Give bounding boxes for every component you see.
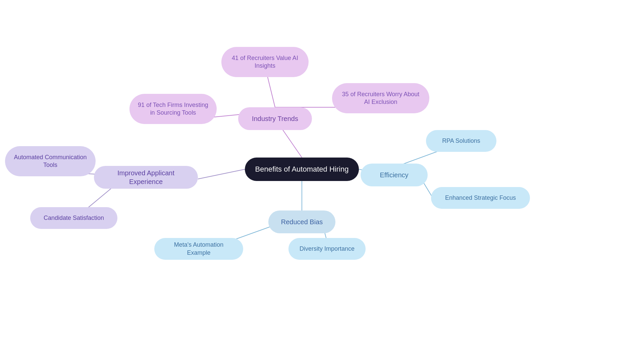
tech-firms-node: 91 of Tech Firms Investing in Sourcing T… [129,94,217,124]
ai-worry-node: 35 of Recruiters Worry About AI Exclusio… [332,83,429,113]
diversity-node: Diversity Importance [288,238,366,260]
svg-line-4 [198,169,245,179]
reduced-bias-node: Reduced Bias [268,210,335,233]
efficiency-node: Efficiency [361,164,428,186]
improved-applicant-node: Improved Applicant Experience [94,166,198,189]
metas-automation-node: Meta's Automation Example [154,238,243,260]
industry-trends-node: Industry Trends [238,107,312,130]
automated-comm-node: Automated Communication Tools [5,146,96,176]
rpa-node: RPA Solutions [426,130,496,152]
enhanced-strategic-node: Enhanced Strategic Focus [431,187,530,209]
candidate-sat-node: Candidate Satisfaction [30,207,117,229]
center-node: Benefits of Automated Hiring [245,158,359,181]
ai-value-node: 41 of Recruiters Value AI Insights [221,47,309,77]
